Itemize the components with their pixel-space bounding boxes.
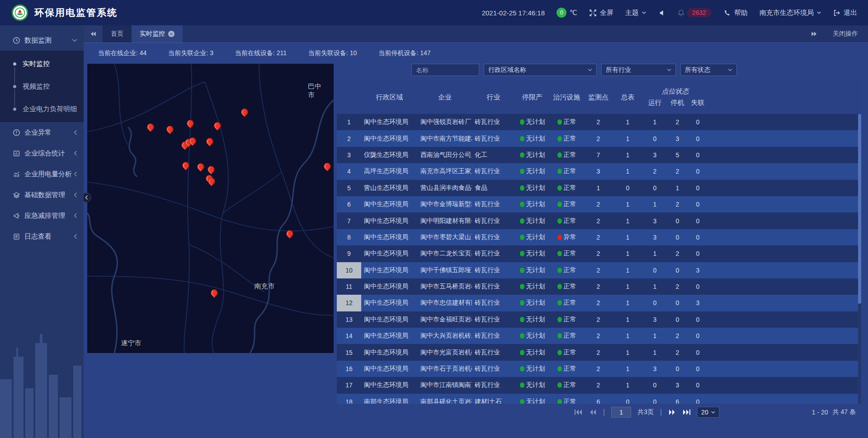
notifications-button[interactable]: 2632 [677, 8, 712, 17]
table-row[interactable]: 10阆中生态环境局阆中千佛镇五郎垭页岩砖瓦行业无计划正常21003 [337, 262, 861, 278]
sidebar-item-enterprise-stats[interactable]: 企业综合统计 [0, 143, 84, 164]
table-row[interactable]: 7阆中生态环境局阆中明阳建材有限公司砖瓦行业无计划正常21300 [337, 212, 861, 229]
cell-run: 0 [642, 394, 667, 404]
cell-filler [708, 278, 861, 295]
sidebar-item-data-monitor[interactable]: 数据监测 [0, 30, 84, 51]
org-dropdown[interactable]: 南充市生态环境局 [760, 9, 821, 17]
speaker-icon [658, 9, 665, 17]
cell-stop: 2 [667, 344, 688, 360]
status-dot-green-icon [520, 350, 524, 355]
sidebar-item-enterprise-abnormal[interactable]: 企业异常 [0, 122, 84, 143]
cell-filler [708, 262, 861, 278]
row-number: 6 [337, 196, 361, 212]
table-row[interactable]: 11阆中生态环境局阆中市五马桥页岩机砖砖瓦行业无计划正常21120 [337, 278, 861, 295]
last-page-button[interactable] [683, 409, 691, 415]
cell-filler [708, 147, 861, 163]
cell-monitor-point: 2 [584, 262, 613, 278]
table-row[interactable]: 9阆中生态环境局阆中市二龙长宝页岩砖砖瓦行业无计划正常21120 [337, 245, 861, 262]
table-row[interactable]: 17阆中生态环境局阆中市江南镇阆南页岩砖瓦行业无计划正常21030 [337, 377, 861, 393]
cell-facility: 正常 [550, 147, 584, 163]
first-page-button[interactable] [574, 409, 582, 415]
table-row[interactable]: 8阆中生态环境局阆中市枣碧大梁山页岩砖瓦行业无计划异常21300 [337, 229, 861, 245]
sidebar-item-video-monitor[interactable]: 视频监控 [0, 75, 84, 98]
page-title: 环保用电监管系统 [34, 6, 118, 19]
name-filter-input[interactable] [411, 64, 479, 76]
table-row[interactable]: 1阆中生态环境局阆中强锐页岩砖厂砖瓦行业无计划正常21120 [337, 114, 861, 130]
col-run: 运行 [642, 99, 667, 107]
table-row[interactable]: 4高坪生态环境局南充市高坪区王家店建砖瓦行业无计划正常31220 [337, 163, 861, 179]
theme-dropdown[interactable]: 主题 [625, 9, 646, 17]
cell-monitor-point: 2 [584, 114, 613, 130]
map[interactable]: 巴中市南充市遂宁市 [87, 64, 334, 353]
fullscreen-button[interactable]: 全屏 [589, 9, 613, 17]
city-label: 遂宁市 [121, 339, 142, 348]
tab-home[interactable]: 首页 [103, 25, 132, 42]
chevron-down-icon [642, 11, 646, 14]
status-dot-green-icon [557, 152, 562, 158]
cell-lost: 0 [688, 212, 708, 229]
next-page-button[interactable] [668, 409, 676, 415]
status-dot-green-icon [557, 333, 562, 339]
tabs-scroll-left-button[interactable] [84, 25, 103, 42]
sidebar-item-label: 企业用电量分析 [24, 170, 72, 179]
sidebar-item-log-view[interactable]: 日志查看 [0, 226, 84, 247]
page-number-input[interactable] [611, 407, 631, 418]
cell-lost: 0 [688, 245, 708, 262]
cell-company: 阆中强锐页岩砖厂 [418, 114, 472, 130]
status-dot-green-icon [557, 350, 562, 355]
table-row[interactable]: 5营山生态环境局营山县润丰肉食品有限食品无计划正常10010 [337, 180, 861, 196]
cell-stop-limit: 无计划 [515, 394, 550, 404]
table-row[interactable]: 13阆中生态环境局阆中市金福旺页岩机砖砖瓦行业无计划正常21300 [337, 311, 861, 328]
region-filter-select[interactable]: 行政区域名称 [484, 64, 597, 76]
cell-total-meter: 1 [613, 278, 642, 295]
row-number: 11 [337, 278, 361, 295]
sidebar-item-emergency-reduction[interactable]: 应急减排管理 [0, 205, 84, 226]
cell-monitor-point: 1 [584, 180, 613, 196]
help-button[interactable]: 帮助 [723, 9, 748, 17]
clock-icon [13, 37, 20, 44]
cell-region: 南部生态环境局 [361, 394, 418, 404]
industry-filter-select[interactable]: 所有行业 [601, 64, 676, 76]
table-row[interactable]: 2阆中生态环境局阆中市南方节能建材有砖瓦行业无计划正常21030 [337, 130, 861, 146]
close-tab-icon[interactable]: × [168, 31, 175, 37]
table-row[interactable]: 16阆中生态环境局阆中市石子页岩机砖厂砖瓦行业无计划正常21300 [337, 361, 861, 377]
logout-button[interactable]: 退出 [833, 9, 857, 17]
row-number: 5 [337, 180, 361, 196]
cell-industry: 砖瓦行业 [472, 377, 515, 393]
cell-company: 阆中市枣碧大梁山页岩 [418, 229, 472, 245]
table-row[interactable]: 14阆中生态环境局阆中大兴页岩机砖厂砖瓦行业无计划正常21120 [337, 328, 861, 344]
cell-region: 阆中生态环境局 [361, 278, 418, 295]
cell-lost: 0 [688, 328, 708, 344]
scrollbar-thumb[interactable] [858, 114, 861, 304]
table-row[interactable]: 3仪陇生态环境局西南油气田分公司川中化工无计划正常71350 [337, 147, 861, 163]
table-row[interactable]: 6阆中生态环境局阆中市金博瑞新型墙材砖瓦行业无计划正常21120 [337, 196, 861, 212]
cell-filler [708, 328, 861, 344]
cell-company: 阆中市忠信建材有限公 [418, 295, 472, 311]
row-number: 18 [337, 394, 361, 404]
status-dot-red-icon [557, 235, 562, 240]
sidebar-item-base-data[interactable]: 基础数据管理 [0, 184, 84, 205]
sidebar-item-realtime-monitor[interactable]: 实时监控 [0, 52, 84, 75]
tab-realtime-monitor[interactable]: 实时监控 × [132, 25, 183, 42]
cell-filler [708, 344, 861, 360]
prev-page-button[interactable] [589, 409, 597, 415]
double-chevron-right-icon[interactable] [811, 31, 817, 37]
chevron-down-icon [667, 68, 671, 71]
page-size-select[interactable]: 20 [697, 407, 719, 418]
table-row[interactable]: 18南部生态环境局南部县砚化土页岩有限公建材|土石无计划正常60060 [337, 394, 861, 404]
table-row[interactable]: 15阆中生态环境局阆中市光富页岩机砖厂砖瓦行业无计划正常21120 [337, 344, 861, 360]
cell-total-meter: 1 [613, 361, 642, 377]
status-filter-select[interactable]: 所有状态 [680, 64, 737, 76]
sidebar-item-power-load-detail[interactable]: 企业电力负荷明细 [0, 98, 84, 120]
cell-stop-limit: 无计划 [515, 361, 550, 377]
close-operations-button[interactable]: 关闭操作 [833, 30, 858, 38]
cell-run: 1 [642, 344, 667, 360]
chevron-left-icon [74, 213, 77, 218]
cell-stop: 1 [667, 180, 688, 196]
cell-region: 阆中生态环境局 [361, 311, 418, 328]
table-row[interactable]: 12阆中生态环境局阆中市忠信建材有限公砖瓦行业无计划正常21003 [337, 295, 861, 311]
sidebar-item-power-analysis[interactable]: 企业用电量分析 [0, 164, 84, 184]
status-dot-green-icon [520, 399, 524, 404]
cell-industry: 砖瓦行业 [472, 163, 515, 179]
sound-toggle-button[interactable] [658, 9, 665, 17]
